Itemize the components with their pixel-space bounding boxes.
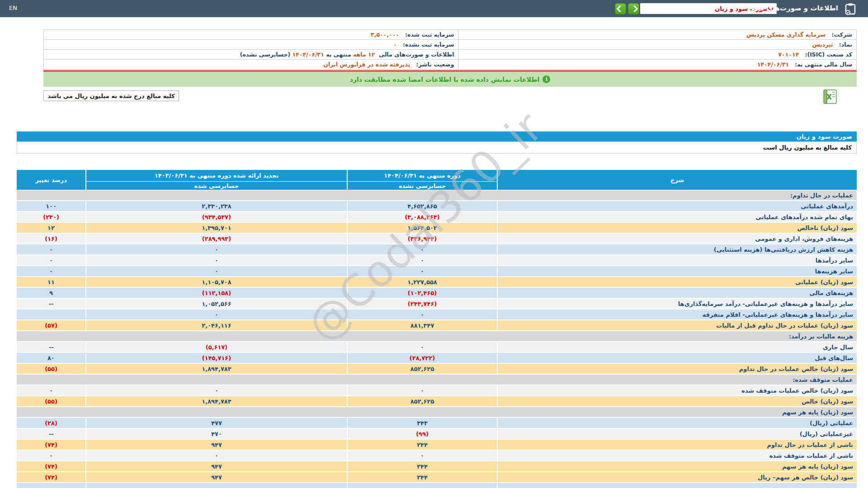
row-label: سود (زیان) خالص عملیات در حال تداوم <box>497 364 857 374</box>
row-current-cell <box>347 483 497 488</box>
info-label: نماد: <box>833 41 852 48</box>
cell-value: (۵۵) <box>45 398 57 405</box>
cell-value: ۱,۸۹۴,۷۸۳ <box>202 366 231 372</box>
row-current-cell: (۲۴۳,۷۴۶) <box>347 299 497 309</box>
cell-value: ۰ <box>420 257 424 264</box>
company-info-cell: اطلاعات و صورت‌های مالی ۱۲ ماهه منتهی به… <box>44 50 458 59</box>
info-value: ثپردیس <box>810 41 833 48</box>
row-prior-cell: ۲,۰۴۶,۱۱۶ <box>85 320 347 330</box>
cell-value: ۲,۳۳۰,۲۳۸ <box>202 203 231 210</box>
company-info-row: نماد: ثپردیس سرمایه ثبت نشده: ۰ <box>43 40 857 50</box>
cell-value: (۷۴) <box>45 463 57 470</box>
cell-value: ۱,۸۹۴,۷۸۳ <box>202 398 231 405</box>
row-current-cell: ۸۵۲,۶۲۵ <box>347 364 497 374</box>
cell-value: ۰ <box>420 268 424 275</box>
row-label: سود (زیان) پایه هر سهم <box>497 461 857 471</box>
statement-table-body: عملیات در حال تداوم:درآمدهای عملیاتی۴,۶۵… <box>17 190 857 488</box>
excel-export-icon[interactable]: X <box>823 89 837 107</box>
row-label: هزینه‌های مالی <box>497 288 857 298</box>
company-info-cell: شرکت: سرمایه گذاری مسکن پردیس <box>458 30 856 39</box>
row-label: درآمدهای عملیاتی <box>497 201 857 211</box>
row-change-cell: -- <box>17 342 85 352</box>
row-current-cell: (۳,۰۸۸,۳۶۳) <box>347 212 497 222</box>
company-info-table: شرکت: سرمایه گذاری مسکن پردیس سرمایه ثبت… <box>43 29 857 70</box>
statement-title: صورت سود و زیان <box>797 133 852 140</box>
cell-value: ۰ <box>49 387 53 394</box>
cell-value: ۱,۰۵۲,۵۶۶ <box>202 300 231 307</box>
row-label: سود (زیان) ناخالص <box>497 223 857 233</box>
cell-value: ۹ <box>49 290 53 296</box>
cell-value: ۱۰۰ <box>46 203 57 210</box>
table-row: سود (زیان) ناخالص۱,۵۶۴,۵۰۲۱,۳۹۵,۷۰۱۱۲ <box>17 223 857 234</box>
row-label: هزینه‌های فروش، اداری و عمومی <box>497 234 857 244</box>
previous-statement-button[interactable] <box>615 3 626 14</box>
cell-value: ۰ <box>215 452 218 459</box>
row-change-cell: ۱۲ <box>17 223 85 233</box>
info-value: ۰ <box>392 41 397 48</box>
cell-value: (۵۷) <box>45 322 57 329</box>
row-prior-cell: ۱,۱۰۵,۷۰۸ <box>85 277 347 287</box>
row-prior-cell <box>85 483 347 488</box>
row-change-cell: ۰ <box>17 266 85 276</box>
next-statement-button[interactable] <box>628 3 639 14</box>
cell-value: ۰ <box>420 387 424 394</box>
table-row: عملیاتی (ریال)۳۴۳۴۷۷(۲۸) <box>17 418 857 429</box>
clipboard-icon <box>844 3 856 17</box>
row-label: سایر درآمدها و هزینه‌های غیرعملیاتی- اقل… <box>497 310 857 319</box>
cell-value: ۱,۵۶۴,۵۰۲ <box>407 225 437 231</box>
cell-value: (۱۰۲,۴۶۵) <box>408 290 437 296</box>
company-info-cell: کد صنعت (ISIC): ۷۰۱۰۱۴ <box>458 50 856 59</box>
top-navigation-bar: EN صورت سود و زیان اطلاعات و صورت‌های ما… <box>0 0 868 17</box>
row-current-cell: ۴,۶۵۲,۸۶۵ <box>347 201 497 211</box>
row-change-cell: ۰ <box>17 244 85 254</box>
row-prior-cell: ۹۴۷ <box>85 472 347 482</box>
section-label: عملیات متوقف شده: <box>17 375 857 385</box>
cell-value: ۸۵۲,۶۲۵ <box>410 398 434 405</box>
row-change-cell: (۵۵) <box>17 396 85 406</box>
cell-value: ۰ <box>420 344 424 351</box>
cell-value: ۱,۳۹۵,۷۰۱ <box>202 225 231 231</box>
signature-match-banner: i اطلاعات نمایش داده شده با اطلاعات امضا… <box>43 72 857 87</box>
table-row: سود (زیان) خالص۸۵۲,۶۲۵۱,۸۹۴,۷۸۳(۵۵) <box>17 396 857 407</box>
section-label: عملیات در حال تداوم: <box>17 190 857 200</box>
table-row: سود (زیان) عملیات در حال تداوم قبل از ما… <box>17 320 857 331</box>
row-prior-cell: ۴۷۰ <box>85 429 347 439</box>
row-current-cell: (۲۸,۷۲۲) <box>347 353 497 363</box>
cell-value: (۳,۰۸۸,۳۶۳) <box>405 214 439 221</box>
info-value: ۱۲ ماهه <box>351 51 375 58</box>
table-row <box>17 483 857 488</box>
info-icon: i <box>542 75 550 83</box>
table-row: سال جاری۰(۵,۶۱۷)-- <box>17 342 857 353</box>
section-label: سود (زیان) پایه هر سهم <box>17 407 857 417</box>
row-current-cell: ۰ <box>347 450 497 460</box>
cell-value: ۱,۲۲۷,۵۵۸ <box>407 279 437 286</box>
signature-match-text: اطلاعات نمایش داده شده با اطلاعات امضا ش… <box>350 76 539 83</box>
row-prior-cell: (۱۴۵,۷۱۶) <box>85 353 347 363</box>
row-prior-cell: (۹۳۴,۵۳۷) <box>85 212 347 222</box>
row-label: سایر درآمدها و هزینه‌های غیرعملیاتی- درآ… <box>497 299 857 309</box>
cell-value: -- <box>49 300 54 307</box>
cell-value: ۱,۱۰۵,۷۰۸ <box>202 279 231 286</box>
header-change-percent: درصد تغییر <box>17 170 85 190</box>
row-current-cell: ۰ <box>347 310 497 319</box>
row-prior-cell: ۰ <box>85 450 347 460</box>
row-label: سال‌های قبل <box>497 353 857 363</box>
row-prior-cell: ۹۴۷ <box>85 440 347 450</box>
header-current-sub: حسابرسی نشده <box>348 182 497 190</box>
cell-value: ۴۷۷ <box>211 420 222 427</box>
cell-value: ۴۷۰ <box>211 431 222 437</box>
cell-value: ۸۸۱,۳۴۷ <box>410 322 434 329</box>
cell-value: (۹۹) <box>416 431 429 437</box>
company-info-row: سال مالی منتهی به: ۱۴۰۴/۰۶/۳۱ وضعیت ناشر… <box>43 60 857 70</box>
cell-value: (۵۵) <box>45 366 57 372</box>
cell-value: (۱۶) <box>45 235 57 242</box>
row-change-cell: ۰ <box>17 450 85 460</box>
table-section-row: سود (زیان) پایه هر سهم <box>17 407 857 418</box>
cell-value: ۰ <box>420 452 424 459</box>
row-label: سایر هزینه‌ها <box>497 266 857 276</box>
info-label: کد صنعت (ISIC): <box>799 51 852 58</box>
language-switch-en[interactable]: EN <box>9 5 17 11</box>
row-label: سود (زیان) عملیاتی <box>497 277 857 287</box>
cell-value: ۲,۰۴۶,۱۱۶ <box>202 322 231 329</box>
row-prior-cell: (۵,۶۱۷) <box>85 342 347 352</box>
